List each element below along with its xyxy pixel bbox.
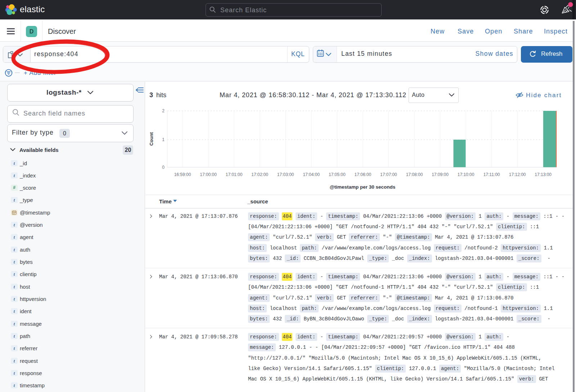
svg-text:17:09:00: 17:09:00 [432, 172, 449, 177]
svg-text:Count: Count [149, 132, 154, 146]
svg-text:17:06:00: 17:06:00 [355, 172, 372, 177]
svg-text:2: 2 [162, 108, 165, 113]
svg-text:1: 1 [162, 137, 165, 142]
svg-text:17:05:00: 17:05:00 [329, 172, 346, 177]
svg-text:17:11:00: 17:11:00 [483, 172, 500, 177]
svg-text:16:59:00: 16:59:00 [174, 172, 191, 177]
svg-text:17:07:00: 17:07:00 [380, 172, 397, 177]
svg-text:17:10:00: 17:10:00 [458, 172, 474, 177]
svg-text:17:12:00: 17:12:00 [509, 172, 526, 177]
svg-text:17:02:00: 17:02:00 [251, 172, 268, 177]
svg-text:0: 0 [162, 165, 165, 170]
svg-text:17:01:00: 17:01:00 [226, 172, 243, 177]
svg-text:17:08:00: 17:08:00 [406, 172, 423, 177]
svg-text:17:13:00: 17:13:00 [535, 172, 552, 177]
svg-text:17:04:00: 17:04:00 [303, 172, 320, 177]
svg-text:17:00:00: 17:00:00 [200, 172, 217, 177]
svg-text:17:03:00: 17:03:00 [277, 172, 294, 177]
svg-text:@timestamp per 30 seconds: @timestamp per 30 seconds [330, 184, 396, 190]
